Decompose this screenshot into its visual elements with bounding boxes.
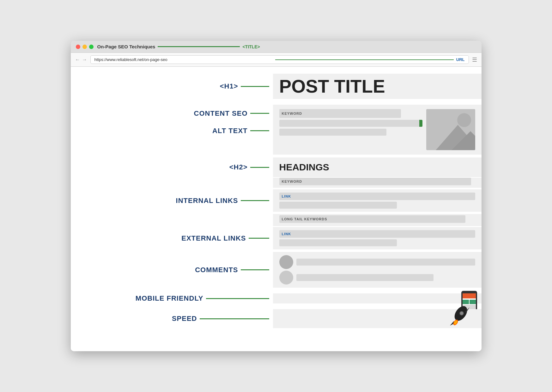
keyword-label: KEYWORD: [282, 112, 302, 115]
mobile-friendly-content: [273, 293, 482, 303]
left-labels-group1: CONTENT SEO ALT TEXT: [71, 105, 273, 157]
external-links-label-area: EXTERNAL LINKS: [71, 230, 273, 247]
alt-text-green-end: [419, 120, 422, 127]
comments-row: COMMENTS: [71, 252, 482, 288]
content-seo-label: CONTENT SEO: [194, 109, 248, 118]
url-connector-line: [275, 59, 454, 60]
h1-label-area: <H1>: [71, 82, 273, 90]
comments-connector: [241, 269, 269, 270]
alt-text-label: ALT TEXT: [212, 127, 247, 135]
speed-connector: [200, 318, 269, 319]
comments-label: COMMENTS: [195, 266, 238, 274]
alt-text-bar: [279, 120, 422, 127]
post-title: POST TITLE: [279, 77, 385, 95]
rocket-icon-area: [447, 303, 472, 329]
mobile-friendly-label: MOBILE FRIENDLY: [136, 294, 203, 303]
long-tail-row: LONG TAIL KEYWORDS: [71, 214, 482, 226]
spacer-labels: [71, 139, 273, 157]
svg-point-1: [457, 113, 471, 127]
image-svg: [426, 109, 475, 150]
h1-connector: [241, 86, 269, 87]
external-links-connector: [249, 238, 269, 239]
url-label: URL: [456, 57, 465, 62]
long-tail-spacer: [71, 214, 273, 226]
close-button[interactable]: [76, 45, 80, 49]
comments-content: [273, 252, 482, 288]
maximize-button[interactable]: [89, 45, 94, 49]
content-bar-3: [279, 129, 387, 136]
keyword-bar-2: KEYWORD: [279, 178, 471, 185]
internal-links-row: INTERNAL LINKS LINK: [71, 189, 482, 212]
keyword-label-2: KEYWORD: [282, 180, 302, 183]
forward-button[interactable]: →: [82, 57, 87, 63]
external-links-row: EXTERNAL LINKS LINK: [71, 227, 482, 249]
internal-links-label-area: INTERNAL LINKS: [71, 192, 273, 209]
avatar: [279, 255, 293, 269]
content-seo-section: CONTENT SEO ALT TEXT: [71, 105, 482, 157]
h2-label-area: <H2>: [71, 158, 273, 177]
speed-content: [273, 309, 482, 328]
headings-content: HEADINGS: [273, 157, 482, 177]
avatar-2: [279, 271, 293, 285]
browser-window: On-Page SEO Techniques <TITLE> ← → https…: [71, 41, 482, 351]
h2-tag: <H2>: [229, 163, 248, 171]
comment-bar: [296, 259, 475, 266]
page-body: <H1> POST TITLE CONTENT SEO: [71, 67, 482, 351]
svg-point-13: [460, 312, 463, 315]
keyword-spacer: [71, 177, 273, 188]
minimize-button[interactable]: [82, 45, 87, 49]
speed-row: SPEED: [71, 309, 482, 338]
window-title-area: On-Page SEO Techniques <TITLE>: [97, 44, 476, 49]
link-label: LINK: [282, 194, 291, 198]
internal-links-connector: [241, 200, 269, 201]
link-bar: LINK: [279, 193, 475, 200]
alt-text-connector: [250, 130, 269, 131]
post-title-row: <H1> POST TITLE: [71, 67, 482, 105]
alt-text-label-area: ALT TEXT: [71, 122, 273, 139]
internal-links-label: INTERNAL LINKS: [176, 197, 238, 205]
long-tail-label: LONG TAIL KEYWORDS: [282, 217, 327, 221]
external-link-bar: LINK: [279, 230, 475, 238]
url-bar[interactable]: https://www.reliablesoft.net/on-page-seo…: [90, 55, 469, 64]
title-tag-label: <TITLE>: [242, 44, 260, 49]
keyword-bar-area: KEYWORD: [273, 178, 482, 188]
url-text: https://www.reliablesoft.net/on-page-seo: [94, 57, 273, 62]
traffic-lights: [76, 45, 94, 49]
content-seo-connector: [250, 113, 269, 114]
keyword-bar: KEYWORD: [279, 109, 401, 118]
external-links-content: LINK: [273, 227, 482, 249]
h2-headings-row: <H2> HEADINGS: [71, 157, 482, 177]
content-image-area: KEYWORD: [279, 109, 475, 150]
external-link-label: LINK: [282, 232, 291, 236]
main-content: <H1> POST TITLE CONTENT SEO: [71, 67, 482, 351]
comment-bar-2: [296, 274, 434, 281]
content-bars: KEYWORD: [279, 109, 422, 136]
content-bar-4: [279, 202, 397, 209]
title-bar: On-Page SEO Techniques <TITLE>: [71, 41, 482, 53]
image-placeholder: [426, 109, 475, 150]
headings-text: HEADINGS: [279, 162, 329, 173]
mobile-friendly-label-area: MOBILE FRIENDLY: [71, 289, 273, 308]
comments-label-area: COMMENTS: [71, 257, 273, 283]
internal-links-content: LINK: [273, 189, 482, 212]
post-title-content: POST TITLE: [273, 74, 482, 99]
content-bar-5: [279, 239, 397, 246]
content-seo-label-area: CONTENT SEO: [71, 105, 273, 122]
h1-tag: <H1>: [220, 82, 238, 90]
comment-avatar-row-2: [279, 271, 475, 285]
title-connector-line: [158, 46, 240, 47]
h2-connector: [250, 167, 269, 168]
speed-label: SPEED: [172, 315, 197, 323]
mobile-friendly-row: MOBILE FRIENDLY: [71, 289, 482, 308]
keyword-row: KEYWORD: [71, 177, 482, 188]
long-tail-content: LONG TAIL KEYWORDS: [273, 214, 482, 226]
rocket-icon: [447, 303, 472, 328]
svg-rect-6: [463, 293, 476, 298]
long-tail-bar: LONG TAIL KEYWORDS: [279, 215, 465, 223]
window-title: On-Page SEO Techniques: [97, 44, 155, 49]
content-seo-right: KEYWORD: [273, 105, 482, 155]
menu-icon[interactable]: ☰: [472, 56, 477, 63]
back-button[interactable]: ←: [75, 57, 80, 63]
comment-avatar-row: [279, 255, 475, 269]
nav-arrows: ← →: [75, 57, 87, 63]
